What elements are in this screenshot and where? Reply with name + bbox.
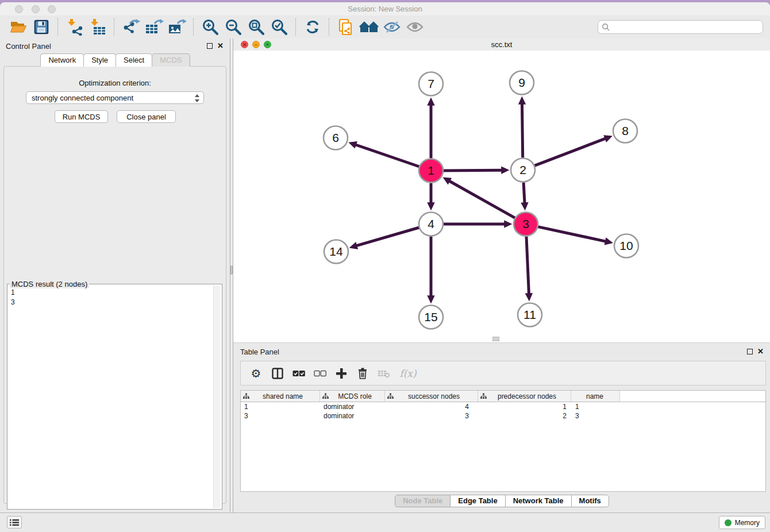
horizontal-splitter-handle[interactable] — [492, 337, 499, 341]
table-float-icon[interactable] — [747, 349, 753, 354]
eye-slash-icon — [383, 20, 401, 34]
criterion-select[interactable]: strongly connected component — [26, 91, 204, 104]
main-titlebar: Session: New Session — [0, 2, 770, 16]
column-header-predecessor-nodes[interactable]: predecessor nodes — [478, 391, 571, 402]
graph-edge-3-10[interactable] — [538, 227, 606, 242]
column-header-name[interactable]: name — [571, 391, 620, 402]
table-row[interactable]: 3dominator323 — [241, 411, 765, 421]
unselect-all-button[interactable] — [309, 363, 330, 384]
delete-column-button[interactable] — [352, 363, 373, 384]
column-header-MCDS-role[interactable]: MCDS role — [320, 391, 385, 402]
network-canvas[interactable]: 7968124314101511 — [233, 51, 770, 342]
import-table-icon — [89, 18, 106, 36]
graph-edge-2-9[interactable] — [522, 104, 523, 158]
open-file-button[interactable] — [7, 17, 30, 37]
zoom-out-button[interactable] — [222, 17, 245, 37]
show-column-button[interactable] — [267, 363, 288, 384]
mcds-result-list[interactable]: 13 — [11, 288, 213, 508]
attribute-tree-icon — [243, 393, 249, 399]
column-header-successor-nodes[interactable]: successor nodes — [385, 391, 478, 402]
tab-motifs[interactable]: Motifs — [571, 495, 609, 507]
table-panel-title: Table Panel — [240, 348, 279, 356]
refresh-button[interactable] — [301, 17, 324, 37]
main-toolbar — [0, 16, 770, 39]
zoom-fit-button[interactable] — [245, 17, 268, 37]
graph-node-label: 15 — [424, 310, 437, 323]
criterion-selected-value: strongly connected component — [32, 94, 133, 102]
cell-name: 1 — [571, 403, 620, 411]
window-title: Session: New Session — [0, 5, 770, 13]
zoom-selected-button[interactable] — [268, 17, 291, 37]
graph-edge-2-3[interactable] — [523, 183, 525, 203]
zoom-in-button[interactable] — [199, 17, 222, 37]
graph-edge-1-6[interactable] — [356, 145, 419, 167]
graph-node-9[interactable]: 9 — [510, 71, 534, 95]
network-graph[interactable]: 7968124314101511 — [233, 51, 770, 342]
table-row[interactable]: 1dominator411 — [241, 402, 765, 411]
select-all-button[interactable] — [288, 363, 309, 384]
export-image-button[interactable] — [165, 17, 188, 37]
export-network-button[interactable] — [120, 17, 143, 37]
graph-node-11[interactable]: 11 — [518, 303, 542, 327]
close-panel-button[interactable]: Close panel — [117, 110, 176, 123]
task-history-button[interactable] — [7, 516, 22, 529]
graph-node-4[interactable]: 4 — [419, 213, 443, 236]
tab-node-table[interactable]: Node Table — [395, 495, 451, 507]
houses-icon — [359, 20, 379, 34]
save-session-button[interactable] — [30, 17, 53, 37]
column-header-shared-name[interactable]: shared name — [241, 391, 320, 402]
tab-edge-table[interactable]: Edge Table — [450, 495, 505, 507]
zoom-in-icon — [202, 18, 219, 36]
graph-node-15[interactable]: 15 — [419, 306, 443, 329]
cell-successor-nodes: 4 — [385, 403, 478, 411]
graph-edge-2-8[interactable] — [534, 138, 605, 165]
graph-edge-1-2[interactable] — [444, 170, 502, 171]
float-panel-icon[interactable] — [207, 43, 213, 49]
graph-node-14[interactable]: 14 — [324, 240, 348, 264]
tab-network-table[interactable]: Network Table — [505, 495, 572, 507]
graph-node-8[interactable]: 8 — [613, 119, 637, 143]
cell-MCDS-role: dominator — [320, 403, 385, 411]
column-header-label: successor nodes — [394, 392, 478, 400]
search-input[interactable] — [598, 20, 763, 34]
cell-successor-nodes: 3 — [385, 412, 478, 420]
graph-node-10[interactable]: 10 — [614, 234, 638, 258]
show-all-button[interactable] — [403, 17, 426, 37]
vertical-splitter-handle[interactable] — [230, 265, 233, 275]
graph-edge-4-14[interactable] — [357, 228, 419, 246]
table-panel-header: Table Panel ✕ — [233, 345, 770, 358]
table-settings-button[interactable]: ⚙ — [245, 363, 267, 384]
export-table-button[interactable] — [143, 17, 165, 37]
first-neighbors-button[interactable] — [357, 17, 380, 37]
close-panel-icon[interactable]: ✕ — [217, 41, 224, 50]
hide-selected-button[interactable] — [380, 17, 403, 37]
tab-mcds[interactable]: MCDS — [152, 53, 190, 67]
function-builder-button[interactable]: f(x) — [394, 363, 422, 384]
graph-node-1[interactable]: 1 — [419, 159, 443, 183]
graph-edge-3-1[interactable] — [449, 181, 515, 218]
import-table-button[interactable] — [86, 17, 109, 37]
delete-table-button[interactable] — [373, 363, 394, 384]
graph-node-7[interactable]: 7 — [419, 72, 443, 96]
import-network-button[interactable] — [63, 17, 86, 37]
graph-node-6[interactable]: 6 — [324, 126, 348, 150]
chevron-up-down-icon — [194, 94, 200, 103]
graph-edge-3-11[interactable] — [526, 237, 529, 294]
tab-network[interactable]: Network — [40, 53, 84, 67]
new-network-from-selection-button[interactable] — [334, 17, 357, 37]
graph-node-label: 14 — [329, 245, 343, 258]
run-mcds-button[interactable]: Run MCDS — [55, 110, 108, 123]
tab-select[interactable]: Select — [116, 53, 152, 67]
result-scrollbar[interactable] — [213, 286, 221, 508]
graph-node-label: 11 — [523, 308, 536, 321]
attribute-tree-icon — [480, 393, 487, 399]
memory-button[interactable]: Memory — [719, 516, 765, 529]
graph-node-2[interactable]: 2 — [511, 159, 535, 182]
graph-node-3[interactable]: 3 — [514, 213, 538, 236]
graph-node-label: 10 — [619, 239, 633, 252]
table-close-icon[interactable]: ✕ — [757, 347, 764, 356]
network-window: ✕ − + scc.txt 7968124314101511 — [233, 38, 770, 342]
create-column-button[interactable] — [330, 363, 352, 384]
import-network-icon — [66, 18, 83, 36]
tab-style[interactable]: Style — [83, 53, 116, 67]
